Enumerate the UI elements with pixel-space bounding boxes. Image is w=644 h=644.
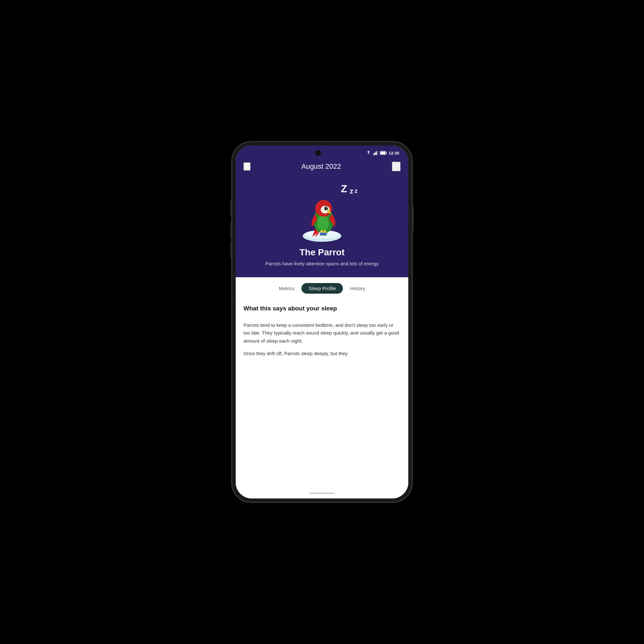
app-header: ✕ August 2022 ⋮ bbox=[236, 158, 408, 177]
home-indicator bbox=[236, 490, 408, 498]
svg-rect-3 bbox=[377, 151, 378, 155]
tab-sleep-profile[interactable]: Sleep Profile bbox=[301, 283, 343, 294]
tab-metrics[interactable]: Metrics bbox=[272, 283, 301, 294]
svg-rect-0 bbox=[373, 154, 374, 155]
battery-icon bbox=[380, 151, 387, 155]
svg-rect-2 bbox=[376, 151, 377, 155]
content-body: What this says about your sleep Parrots … bbox=[236, 298, 408, 490]
svg-rect-5 bbox=[386, 152, 387, 154]
hero-section: Zzz bbox=[236, 177, 408, 277]
body-paragraph-2: Once they drift off, Parrots sleep deepl… bbox=[243, 350, 401, 358]
zzz-decoration: Zzz bbox=[341, 184, 357, 195]
svg-point-11 bbox=[317, 215, 329, 232]
svg-rect-6 bbox=[380, 152, 385, 155]
section-heading: What this says about your sleep bbox=[243, 305, 401, 316]
status-bar: 12:30 bbox=[236, 146, 408, 158]
parrot-illustration: Zzz bbox=[283, 180, 361, 245]
close-button[interactable]: ✕ bbox=[243, 162, 251, 171]
tabs-row: Metrics Sleep Profile History bbox=[236, 277, 408, 298]
animal-description: Parrots have lively attention spans and … bbox=[265, 260, 379, 268]
animal-name: The Parrot bbox=[299, 247, 345, 258]
svg-point-14 bbox=[324, 206, 328, 210]
page-title: August 2022 bbox=[301, 162, 341, 171]
wifi-icon bbox=[366, 151, 372, 155]
phone-screen: 12:30 ✕ August 2022 ⋮ Zzz bbox=[236, 146, 408, 498]
signal-icon bbox=[373, 151, 378, 155]
phone-frame: 12:30 ✕ August 2022 ⋮ Zzz bbox=[232, 142, 412, 502]
camera-notch bbox=[315, 150, 321, 156]
status-time: 12:30 bbox=[389, 151, 399, 156]
home-bar bbox=[309, 493, 335, 494]
svg-point-15 bbox=[326, 207, 327, 208]
more-options-button[interactable]: ⋮ bbox=[392, 162, 401, 171]
tab-history[interactable]: History bbox=[343, 283, 372, 294]
body-paragraph-1: Parrots tend to keep a consistent bedtim… bbox=[243, 321, 401, 345]
content-section: Metrics Sleep Profile History What this … bbox=[236, 277, 408, 499]
status-right: 12:30 bbox=[366, 151, 399, 156]
svg-rect-1 bbox=[374, 152, 375, 155]
svg-rect-18 bbox=[320, 233, 327, 235]
